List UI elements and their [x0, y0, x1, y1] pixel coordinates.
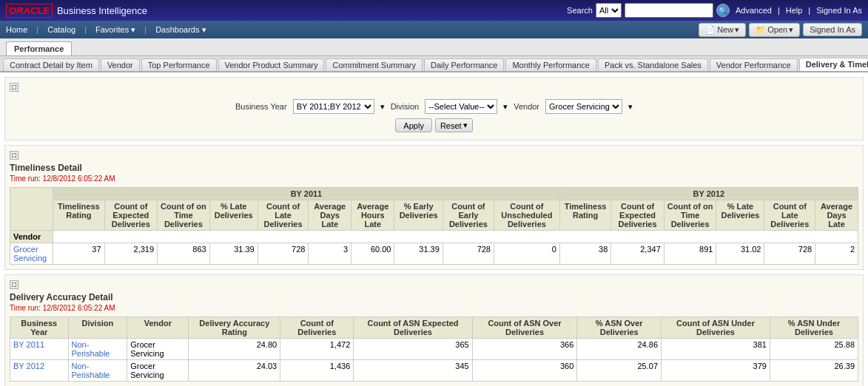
app-title: Business Intelligence: [57, 5, 567, 16]
help-link[interactable]: Help: [786, 6, 803, 15]
row2-asn-expected: 345: [354, 360, 472, 382]
separator-1: |: [36, 25, 38, 34]
timeliness-section: □ Timeliness Detail Time run: 12/8/2012 …: [4, 145, 864, 270]
division-label: Division: [391, 102, 420, 111]
col-asn-over: Count of ASN Over Deliveries: [472, 317, 577, 339]
col-count-late-2011: Count of Late Deliveries: [258, 200, 309, 231]
by2011-count-early: 728: [443, 243, 494, 265]
by2011-avg-hours: 60.00: [351, 243, 394, 265]
row1-pct-asn-under: 25.88: [770, 339, 858, 360]
delivery-row-2: BY 2012 Non-Perishable Grocer Servicing …: [10, 360, 858, 382]
search-scope-select[interactable]: All: [596, 3, 622, 18]
col-count-on-time-2012: Count of on Time Deliveries: [664, 200, 716, 231]
open-button[interactable]: 📁 Open ▾: [749, 23, 800, 37]
tab-monthly-performance[interactable]: Monthly Performance: [505, 58, 596, 71]
col-avg-days-2011: Average Days Late: [309, 200, 351, 231]
by2012-count-late: 728: [764, 243, 815, 265]
timeliness-title: Timeliness Detail: [10, 163, 858, 173]
search-label: Search: [567, 6, 593, 15]
vendor-label: Vendor: [514, 102, 539, 111]
dashboards-link[interactable]: Dashboards ▾: [155, 25, 206, 35]
by2011-pct-early: 31.39: [394, 243, 443, 265]
timeliness-by2012-header: BY 2012: [559, 188, 858, 200]
new-button[interactable]: 📄 New ▾: [699, 23, 746, 37]
by2011-count-on-time: 863: [158, 243, 210, 265]
row1-division: Non-Perishable: [68, 339, 127, 360]
row2-asn-over: 360: [472, 360, 577, 382]
col-division: Division: [68, 317, 127, 339]
top-nav-links: Advanced | Help | Signed In As: [736, 6, 862, 15]
reset-dropdown-icon: ▾: [463, 121, 468, 130]
row2-year: BY 2012: [10, 360, 69, 382]
col-delivery-accuracy: Delivery Accuracy Rating: [189, 317, 280, 339]
new-icon: 📄: [705, 25, 716, 35]
tab-contract-detail[interactable]: Contract Detail by Item: [3, 58, 99, 71]
vendor-dropdown-icon: ▾: [628, 102, 633, 112]
col-count-unscheduled-2011: Count of Unscheduled Deliveries: [494, 200, 559, 231]
tab-vendor-product-summary[interactable]: Vendor Product Summary: [218, 58, 325, 71]
signin-link[interactable]: Signed In As: [816, 6, 862, 15]
catalog-link[interactable]: Catalog: [47, 25, 75, 34]
oracle-logo: ORACLE: [6, 4, 53, 18]
row1-asn-over: 366: [472, 339, 577, 360]
col-asn-under: Count of ASN Under Deliveries: [662, 317, 770, 339]
timeliness-collapse-icon[interactable]: □: [10, 151, 18, 160]
division-select[interactable]: --Select Value--: [425, 99, 497, 114]
by2011-avg-days: 3: [309, 243, 351, 265]
timeliness-empty-header: [10, 188, 53, 231]
by2012-pct-late: 31.02: [716, 243, 764, 265]
tab-vendor-performance[interactable]: Vendor Performance: [710, 58, 798, 71]
business-year-label: Business Year: [235, 102, 287, 111]
by2012-timeliness-rating: 38: [559, 243, 611, 265]
filter-section: □ Business Year BY 2011;BY 2012 ▾ Divisi…: [4, 77, 864, 140]
col-asn-expected: Count of ASN Expected Deliveries: [354, 317, 472, 339]
sub-tab-bar: Contract Detail by Item Vendor Top Perfo…: [0, 56, 868, 72]
tab-delivery-timeliness[interactable]: Delivery & Timeliness: [799, 58, 868, 71]
by2012-avg-days: 2: [815, 243, 858, 265]
content-area: □ Business Year BY 2011;BY 2012 ▾ Divisi…: [0, 72, 868, 386]
search-button[interactable]: 🔍: [716, 4, 730, 17]
business-year-select[interactable]: BY 2011;BY 2012: [293, 99, 374, 114]
signed-in-button[interactable]: Signed In As: [803, 23, 862, 36]
tab-commitment-summary[interactable]: Commitment Summary: [326, 58, 422, 71]
by2011-timeliness-rating: 37: [53, 243, 105, 265]
row2-asn-under: 379: [662, 360, 770, 382]
col-pct-late-2012: % Late Deliveries: [716, 200, 764, 231]
reset-button[interactable]: Reset ▾: [435, 118, 473, 132]
col-count-expected-2012: Count of Expected Deliveries: [611, 200, 664, 231]
col-count-expected-2011: Count of Expected Deliveries: [104, 200, 157, 231]
col-count-deliveries: Count of Deliveries: [280, 317, 354, 339]
filter-collapse-icon[interactable]: □: [10, 83, 18, 92]
row2-pct-asn-under: 26.39: [770, 360, 858, 382]
col-count-late-2012: Count of Late Deliveries: [764, 200, 815, 231]
favorites-link[interactable]: Favorites ▾: [95, 25, 135, 35]
row1-asn-under: 381: [662, 339, 770, 360]
col-pct-early-2011: % Early Deliveries: [394, 200, 443, 231]
advanced-link[interactable]: Advanced: [736, 6, 772, 15]
nav-separator-2: |: [808, 6, 810, 15]
timeliness-time-run: Time run: 12/8/2012 6:05:22 AM: [10, 175, 858, 183]
col-timeliness-rating-2011: Timeliness Rating: [53, 200, 105, 231]
performance-tab[interactable]: Performance: [6, 41, 72, 55]
apply-button[interactable]: Apply: [395, 118, 432, 132]
nav-separator-1: |: [778, 6, 780, 15]
delivery-collapse-icon[interactable]: □: [10, 280, 18, 289]
by2011-count-late: 728: [258, 243, 309, 265]
row1-vendor: Grocer Servicing: [127, 339, 189, 360]
tab-pack-standalone[interactable]: Pack vs. Standalone Sales: [598, 58, 708, 71]
row2-vendor: Grocer Servicing: [127, 360, 189, 382]
col-avg-days-2012: Average Days Late: [815, 200, 858, 231]
row1-count-del: 1,472: [280, 339, 354, 360]
toolbar-btn-group: 📄 New ▾ 📁 Open ▾ Signed In As: [699, 23, 862, 37]
search-input[interactable]: [625, 3, 713, 18]
home-link[interactable]: Home: [6, 25, 27, 34]
vendor-select[interactable]: Grocer Servicing: [545, 99, 622, 114]
tab-vendor[interactable]: Vendor: [101, 58, 140, 71]
row1-pct-asn-over: 24.86: [577, 339, 662, 360]
tab-top-performance[interactable]: Top Performance: [141, 58, 217, 71]
top-nav-bar: ORACLE Business Intelligence Search All …: [0, 0, 868, 21]
filter-row: Business Year BY 2011;BY 2012 ▾ Division…: [10, 95, 858, 118]
timeliness-by2011-header: BY 2011: [53, 188, 560, 200]
tab-daily-performance[interactable]: Daily Performance: [424, 58, 504, 71]
by2011-count-expected: 2,319: [104, 243, 157, 265]
